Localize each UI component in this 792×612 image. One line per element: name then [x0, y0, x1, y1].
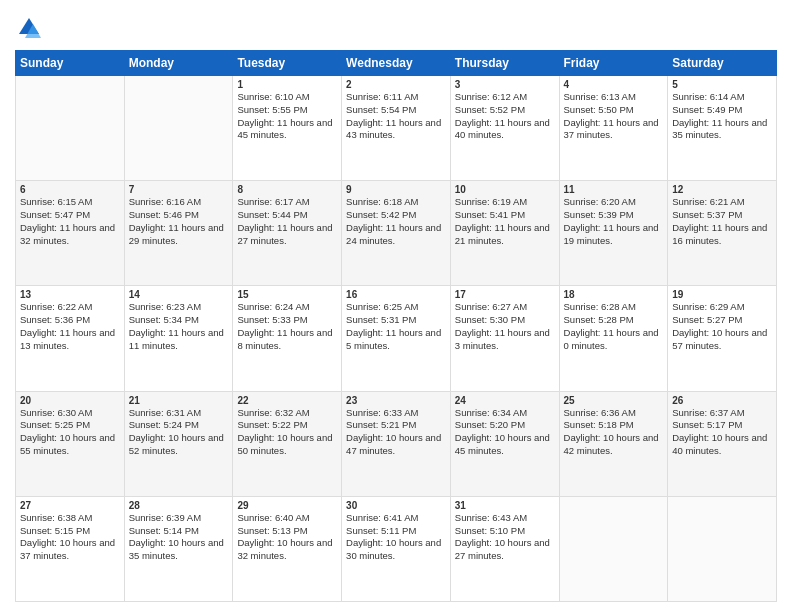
day-number: 17 [455, 289, 555, 300]
cell-content: Sunrise: 6:17 AMSunset: 5:44 PMDaylight:… [237, 196, 337, 247]
day-number: 22 [237, 395, 337, 406]
cell-content: Sunrise: 6:10 AMSunset: 5:55 PMDaylight:… [237, 91, 337, 142]
weekday-header-wednesday: Wednesday [342, 51, 451, 76]
calendar-cell: 29Sunrise: 6:40 AMSunset: 5:13 PMDayligh… [233, 496, 342, 601]
weekday-header-saturday: Saturday [668, 51, 777, 76]
sunset-text: Sunset: 5:25 PM [20, 419, 90, 430]
calendar-cell: 7Sunrise: 6:16 AMSunset: 5:46 PMDaylight… [124, 181, 233, 286]
sunset-text: Sunset: 5:34 PM [129, 314, 199, 325]
week-row-1: 6Sunrise: 6:15 AMSunset: 5:47 PMDaylight… [16, 181, 777, 286]
sunset-text: Sunset: 5:54 PM [346, 104, 416, 115]
sunrise-text: Sunrise: 6:12 AM [455, 91, 527, 102]
sunrise-text: Sunrise: 6:10 AM [237, 91, 309, 102]
cell-content: Sunrise: 6:41 AMSunset: 5:11 PMDaylight:… [346, 512, 446, 563]
weekday-header-row: SundayMondayTuesdayWednesdayThursdayFrid… [16, 51, 777, 76]
sunrise-text: Sunrise: 6:30 AM [20, 407, 92, 418]
weekday-header-monday: Monday [124, 51, 233, 76]
day-number: 30 [346, 500, 446, 511]
sunset-text: Sunset: 5:55 PM [237, 104, 307, 115]
day-number: 24 [455, 395, 555, 406]
cell-content: Sunrise: 6:30 AMSunset: 5:25 PMDaylight:… [20, 407, 120, 458]
sunrise-text: Sunrise: 6:43 AM [455, 512, 527, 523]
cell-content: Sunrise: 6:31 AMSunset: 5:24 PMDaylight:… [129, 407, 229, 458]
sunset-text: Sunset: 5:27 PM [672, 314, 742, 325]
day-number: 3 [455, 79, 555, 90]
calendar-cell: 30Sunrise: 6:41 AMSunset: 5:11 PMDayligh… [342, 496, 451, 601]
cell-content: Sunrise: 6:18 AMSunset: 5:42 PMDaylight:… [346, 196, 446, 247]
day-number: 9 [346, 184, 446, 195]
sunset-text: Sunset: 5:17 PM [672, 419, 742, 430]
calendar-cell: 6Sunrise: 6:15 AMSunset: 5:47 PMDaylight… [16, 181, 125, 286]
sunset-text: Sunset: 5:44 PM [237, 209, 307, 220]
calendar-cell: 22Sunrise: 6:32 AMSunset: 5:22 PMDayligh… [233, 391, 342, 496]
daylight-text: Daylight: 11 hours and 5 minutes. [346, 327, 441, 351]
daylight-text: Daylight: 11 hours and 8 minutes. [237, 327, 332, 351]
calendar-cell: 18Sunrise: 6:28 AMSunset: 5:28 PMDayligh… [559, 286, 668, 391]
week-row-3: 20Sunrise: 6:30 AMSunset: 5:25 PMDayligh… [16, 391, 777, 496]
calendar-cell: 17Sunrise: 6:27 AMSunset: 5:30 PMDayligh… [450, 286, 559, 391]
daylight-text: Daylight: 10 hours and 32 minutes. [237, 537, 332, 561]
sunset-text: Sunset: 5:14 PM [129, 525, 199, 536]
cell-content: Sunrise: 6:34 AMSunset: 5:20 PMDaylight:… [455, 407, 555, 458]
cell-content: Sunrise: 6:38 AMSunset: 5:15 PMDaylight:… [20, 512, 120, 563]
daylight-text: Daylight: 10 hours and 52 minutes. [129, 432, 224, 456]
sunset-text: Sunset: 5:41 PM [455, 209, 525, 220]
cell-content: Sunrise: 6:21 AMSunset: 5:37 PMDaylight:… [672, 196, 772, 247]
sunrise-text: Sunrise: 6:16 AM [129, 196, 201, 207]
daylight-text: Daylight: 11 hours and 0 minutes. [564, 327, 659, 351]
sunrise-text: Sunrise: 6:41 AM [346, 512, 418, 523]
calendar-cell: 19Sunrise: 6:29 AMSunset: 5:27 PMDayligh… [668, 286, 777, 391]
daylight-text: Daylight: 11 hours and 43 minutes. [346, 117, 441, 141]
calendar-cell: 12Sunrise: 6:21 AMSunset: 5:37 PMDayligh… [668, 181, 777, 286]
cell-content: Sunrise: 6:19 AMSunset: 5:41 PMDaylight:… [455, 196, 555, 247]
cell-content: Sunrise: 6:39 AMSunset: 5:14 PMDaylight:… [129, 512, 229, 563]
calendar-cell: 31Sunrise: 6:43 AMSunset: 5:10 PMDayligh… [450, 496, 559, 601]
sunset-text: Sunset: 5:21 PM [346, 419, 416, 430]
sunrise-text: Sunrise: 6:27 AM [455, 301, 527, 312]
sunset-text: Sunset: 5:47 PM [20, 209, 90, 220]
sunrise-text: Sunrise: 6:20 AM [564, 196, 636, 207]
week-row-4: 27Sunrise: 6:38 AMSunset: 5:15 PMDayligh… [16, 496, 777, 601]
day-number: 29 [237, 500, 337, 511]
sunrise-text: Sunrise: 6:24 AM [237, 301, 309, 312]
day-number: 8 [237, 184, 337, 195]
sunrise-text: Sunrise: 6:36 AM [564, 407, 636, 418]
calendar-cell: 2Sunrise: 6:11 AMSunset: 5:54 PMDaylight… [342, 76, 451, 181]
daylight-text: Daylight: 11 hours and 16 minutes. [672, 222, 767, 246]
sunrise-text: Sunrise: 6:28 AM [564, 301, 636, 312]
daylight-text: Daylight: 11 hours and 29 minutes. [129, 222, 224, 246]
daylight-text: Daylight: 11 hours and 40 minutes. [455, 117, 550, 141]
sunrise-text: Sunrise: 6:33 AM [346, 407, 418, 418]
calendar-cell: 4Sunrise: 6:13 AMSunset: 5:50 PMDaylight… [559, 76, 668, 181]
calendar-cell: 23Sunrise: 6:33 AMSunset: 5:21 PMDayligh… [342, 391, 451, 496]
cell-content: Sunrise: 6:24 AMSunset: 5:33 PMDaylight:… [237, 301, 337, 352]
cell-content: Sunrise: 6:22 AMSunset: 5:36 PMDaylight:… [20, 301, 120, 352]
daylight-text: Daylight: 11 hours and 11 minutes. [129, 327, 224, 351]
sunrise-text: Sunrise: 6:32 AM [237, 407, 309, 418]
calendar-table: SundayMondayTuesdayWednesdayThursdayFrid… [15, 50, 777, 602]
calendar-cell: 11Sunrise: 6:20 AMSunset: 5:39 PMDayligh… [559, 181, 668, 286]
calendar-cell: 16Sunrise: 6:25 AMSunset: 5:31 PMDayligh… [342, 286, 451, 391]
sunset-text: Sunset: 5:50 PM [564, 104, 634, 115]
day-number: 16 [346, 289, 446, 300]
sunset-text: Sunset: 5:31 PM [346, 314, 416, 325]
week-row-0: 1Sunrise: 6:10 AMSunset: 5:55 PMDaylight… [16, 76, 777, 181]
daylight-text: Daylight: 11 hours and 19 minutes. [564, 222, 659, 246]
daylight-text: Daylight: 11 hours and 27 minutes. [237, 222, 332, 246]
calendar-cell [668, 496, 777, 601]
sunrise-text: Sunrise: 6:14 AM [672, 91, 744, 102]
daylight-text: Daylight: 10 hours and 30 minutes. [346, 537, 441, 561]
sunrise-text: Sunrise: 6:40 AM [237, 512, 309, 523]
day-number: 11 [564, 184, 664, 195]
daylight-text: Daylight: 11 hours and 3 minutes. [455, 327, 550, 351]
sunset-text: Sunset: 5:46 PM [129, 209, 199, 220]
cell-content: Sunrise: 6:36 AMSunset: 5:18 PMDaylight:… [564, 407, 664, 458]
calendar-cell: 28Sunrise: 6:39 AMSunset: 5:14 PMDayligh… [124, 496, 233, 601]
daylight-text: Daylight: 10 hours and 55 minutes. [20, 432, 115, 456]
cell-content: Sunrise: 6:27 AMSunset: 5:30 PMDaylight:… [455, 301, 555, 352]
calendar-cell: 10Sunrise: 6:19 AMSunset: 5:41 PMDayligh… [450, 181, 559, 286]
day-number: 19 [672, 289, 772, 300]
page: SundayMondayTuesdayWednesdayThursdayFrid… [0, 0, 792, 612]
sunset-text: Sunset: 5:52 PM [455, 104, 525, 115]
calendar-cell [559, 496, 668, 601]
